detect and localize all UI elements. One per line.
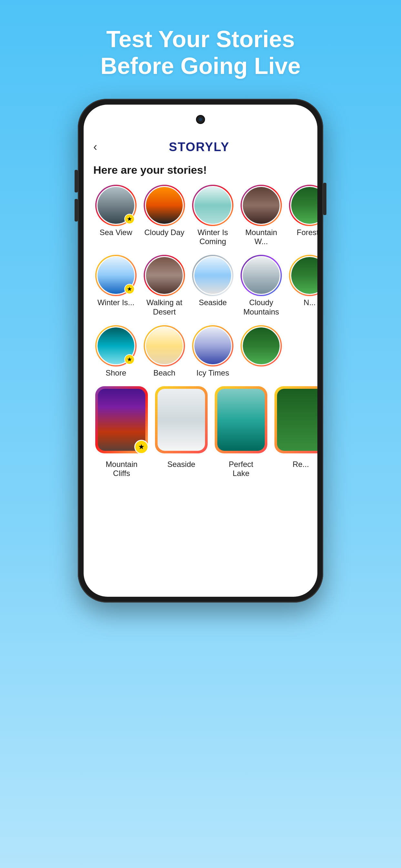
volume-down-button [74,199,78,221]
story-label: Winter Is Coming [192,228,234,247]
story-item-n[interactable]: N... [287,256,317,317]
story-square-inner [158,389,205,451]
story-item-forests[interactable]: Forests [287,186,317,247]
story-item-mountain-w[interactable]: Mountain W... [239,186,284,247]
screen-content: ‹ sTORYLY Here are your stories! ★ Sea V… [84,130,317,597]
story-item-sea-view[interactable]: ★ Sea View [93,186,138,247]
story-image [146,187,183,224]
story-item-perfect-lake[interactable]: Perfect Lake [213,388,269,478]
story-image [243,328,280,364]
story-image [243,257,280,294]
story-item-re[interactable]: Re... [273,388,317,478]
story-image [146,257,183,294]
story-label: Winter Is... [97,298,135,307]
story-label: Seaside [199,298,227,307]
story-row-2: ★ Winter Is... Walking at Desert [93,256,308,317]
story-circle [145,186,184,225]
story-item-winter-is[interactable]: ★ Winter Is... [93,256,138,317]
story-item-mountain-cliffs[interactable]: ★ Mountain Cliffs [93,388,150,478]
hero-section: Test Your Stories Before Going Live [100,26,301,80]
story-label: Cloudy Mountains [240,298,282,317]
story-label: Walking at Desert [143,298,185,317]
story-item-seaside[interactable]: Seaside [190,256,235,317]
star-badge: ★ [124,284,135,294]
story-row-1: ★ Sea View Cloudy Day [93,186,308,247]
story-item-walking-desert[interactable]: Walking at Desert [142,256,187,317]
story-label: Seaside [167,460,195,469]
story-item-shore[interactable]: ★ Shore [93,327,138,378]
story-image [146,328,183,364]
story-label: Forests [297,228,317,237]
story-image [217,389,265,451]
story-item-cloudy-day[interactable]: Cloudy Day [142,186,187,247]
app-header: ‹ sTORYLY [93,137,308,154]
story-image [194,257,231,294]
story-square-inner [277,389,317,451]
story-circle [193,256,232,295]
story-item-icy-times[interactable]: Icy Times [190,327,235,378]
story-circle [193,327,232,365]
story-label: Re... [292,460,309,469]
story-circle [242,186,281,225]
story-circle [145,327,184,365]
story-label: Sea View [100,228,132,237]
app-logo: sTORYLY [104,140,295,154]
phone-mockup: ‹ sTORYLY Here are your stories! ★ Sea V… [78,99,323,602]
story-image [158,389,205,451]
story-label: Cloudy Day [144,228,184,237]
story-image [291,257,317,294]
story-circle [193,186,232,225]
story-square-inner [217,389,265,451]
back-button[interactable]: ‹ [93,140,97,154]
story-item-extra[interactable] [239,327,284,378]
story-row-3: ★ Shore Beach [93,327,308,378]
story-circle [145,256,184,295]
story-image [277,389,317,451]
story-item-beach[interactable]: Beach [142,327,187,378]
story-label: Icy Times [196,368,229,378]
star-badge: ★ [124,214,135,224]
story-image [194,187,231,224]
story-label: Beach [153,368,175,378]
story-image [291,187,317,224]
hero-line2: Before Going Live [100,53,301,80]
story-item-winter-is-coming[interactable]: Winter Is Coming [190,186,235,247]
story-label: Mountain W... [240,228,282,247]
volume-up-button [74,170,78,192]
star-badge: ★ [134,440,149,454]
story-label: Shore [105,368,126,378]
story-item-seaside2[interactable]: Seaside [153,388,210,478]
phone-screen: ‹ sTORYLY Here are your stories! ★ Sea V… [84,104,317,597]
story-image [194,328,231,364]
story-label: Mountain Cliffs [101,460,143,478]
story-circle [242,327,281,365]
star-badge: ★ [124,354,135,365]
story-label: Perfect Lake [220,460,262,478]
story-label: N... [304,298,315,307]
hero-line1: Test Your Stories [100,26,301,53]
story-image [243,187,280,224]
camera-notch [196,115,205,124]
story-circle [242,256,281,295]
section-title: Here are your stories! [93,164,308,176]
story-row-squares: ★ Mountain Cliffs Seaside [93,388,308,478]
power-button [323,183,327,215]
story-item-cloudy-mountains[interactable]: Cloudy Mountains [239,256,284,317]
